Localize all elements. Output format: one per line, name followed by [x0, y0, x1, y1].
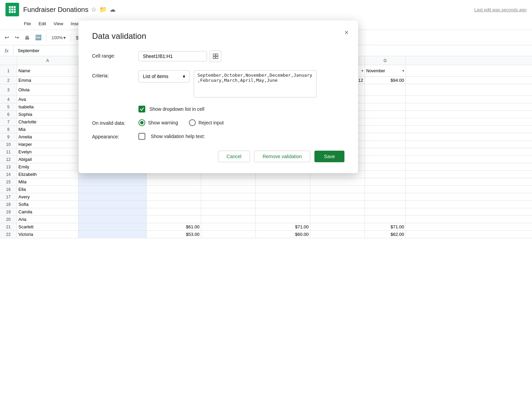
cell-21f[interactable] [310, 223, 365, 230]
cell-range-input[interactable] [138, 51, 207, 61]
cell-15c[interactable] [147, 178, 201, 185]
show-warning-radio[interactable] [138, 119, 145, 126]
cell-18c[interactable] [147, 201, 201, 208]
cancel-button[interactable]: Cancel [218, 151, 250, 162]
cell-20g[interactable] [365, 216, 406, 223]
menu-edit[interactable]: Edit [35, 20, 49, 28]
cell-2g[interactable]: $94.00 [365, 77, 406, 84]
cell-19b[interactable] [78, 208, 147, 215]
cell-18f[interactable] [310, 201, 365, 208]
cell-22g[interactable]: $62.00 [365, 231, 406, 238]
cell-1g[interactable]: November ▾ [365, 65, 406, 76]
cell-15g[interactable] [365, 178, 406, 185]
menu-view[interactable]: View [50, 20, 66, 28]
cell-22b[interactable] [78, 231, 147, 238]
cell-17a[interactable]: Avery [17, 193, 78, 200]
cell-17f[interactable] [310, 193, 365, 200]
cell-5g[interactable] [365, 103, 406, 110]
cell-17e[interactable] [256, 193, 310, 200]
cell-13a[interactable]: Emily [17, 163, 78, 170]
cell-19d[interactable] [201, 208, 256, 215]
help-text-checkbox[interactable] [138, 133, 145, 140]
cell-20f[interactable] [310, 216, 365, 223]
cloud-icon[interactable]: ☁ [109, 6, 116, 13]
cell-15d[interactable] [201, 178, 256, 185]
reject-input-radio[interactable] [189, 119, 196, 126]
cell-20b[interactable] [78, 216, 147, 223]
show-dropdown-checkbox[interactable] [138, 106, 145, 112]
redo-button[interactable]: ↪ [13, 33, 21, 42]
cell-19e[interactable] [256, 208, 310, 215]
paint-format-button[interactable]: 🆓 [33, 33, 44, 42]
cell-7a[interactable]: Charlotte [17, 118, 78, 125]
cell-12a[interactable]: Abigail [17, 156, 78, 163]
cell-15a[interactable]: Mila [17, 178, 78, 185]
cell-8g[interactable] [365, 126, 406, 133]
cell-20c[interactable] [147, 216, 201, 223]
cell-3a[interactable]: Olivia [17, 84, 78, 95]
cell-22e[interactable]: $60.00 [256, 231, 310, 238]
cell-21b[interactable] [78, 223, 147, 230]
cell-22d[interactable] [201, 231, 256, 238]
menu-file[interactable]: File [20, 20, 34, 28]
cell-21g[interactable]: $71.00 [365, 223, 406, 230]
show-warning-option[interactable]: Show warning [138, 119, 178, 126]
cell-5a[interactable]: Isabella [17, 103, 78, 110]
cell-16b[interactable] [78, 186, 147, 193]
cell-19a[interactable]: Camila [17, 208, 78, 215]
zoom-selector[interactable]: 100% ▾ [49, 34, 68, 41]
cell-18d[interactable] [201, 201, 256, 208]
cell-10g[interactable] [365, 141, 406, 148]
cell-4a[interactable]: Ava [17, 96, 78, 103]
cell-8a[interactable]: Mia [17, 126, 78, 133]
cell-16c[interactable] [147, 186, 201, 193]
cell-17g[interactable] [365, 193, 406, 200]
criteria-text-input[interactable]: September,October,November,December,Janu… [194, 70, 316, 97]
cell-7g[interactable] [365, 118, 406, 125]
cell-15f[interactable] [310, 178, 365, 185]
cell-19c[interactable] [147, 208, 201, 215]
print-button[interactable]: 🖶 [23, 33, 32, 42]
undo-button[interactable]: ↩ [3, 33, 11, 42]
cell-2a[interactable]: Emma [17, 77, 78, 84]
cell-12g[interactable] [365, 156, 406, 163]
cell-16e[interactable] [256, 186, 310, 193]
folder-icon[interactable]: 📁 [99, 6, 107, 13]
col-header-g[interactable]: G [365, 56, 406, 65]
cell-13g[interactable] [365, 163, 406, 170]
reject-input-option[interactable]: Reject input [189, 119, 224, 126]
save-button[interactable]: Save [314, 151, 344, 162]
cell-17c[interactable] [147, 193, 201, 200]
cell-9g[interactable] [365, 133, 406, 140]
cell-14g[interactable] [365, 171, 406, 178]
cell-20e[interactable] [256, 216, 310, 223]
cell-18a[interactable]: Sofia [17, 201, 78, 208]
cell-22c[interactable]: $53.00 [147, 231, 201, 238]
cell-16d[interactable] [201, 186, 256, 193]
remove-validation-button[interactable]: Remove validation [254, 151, 310, 162]
cell-11g[interactable] [365, 148, 406, 155]
cell-19f[interactable] [310, 208, 365, 215]
cell-14a[interactable]: Elizabeth [17, 171, 78, 178]
cell-21e[interactable]: $71.00 [256, 223, 310, 230]
cell-16a[interactable]: Ella [17, 186, 78, 193]
cell-21d[interactable] [201, 223, 256, 230]
cell-18g[interactable] [365, 201, 406, 208]
cell-18e[interactable] [256, 201, 310, 208]
cell-18b[interactable] [78, 201, 147, 208]
cell-15b[interactable] [78, 178, 147, 185]
star-icon[interactable]: ☆ [91, 6, 97, 13]
cell-21c[interactable]: $61.00 [147, 223, 201, 230]
cell-19g[interactable] [365, 208, 406, 215]
cell-20d[interactable] [201, 216, 256, 223]
cell-3g[interactable] [365, 84, 406, 95]
cell-6g[interactable] [365, 111, 406, 118]
cell-4g[interactable] [365, 96, 406, 103]
cell-21a[interactable]: Scarlett [17, 223, 78, 230]
cell-range-grid-button[interactable] [210, 50, 221, 62]
cell-15e[interactable] [256, 178, 310, 185]
cell-22f[interactable] [310, 231, 365, 238]
cell-16f[interactable] [310, 186, 365, 193]
cell-10a[interactable]: Harper [17, 141, 78, 148]
cell-16g[interactable] [365, 186, 406, 193]
